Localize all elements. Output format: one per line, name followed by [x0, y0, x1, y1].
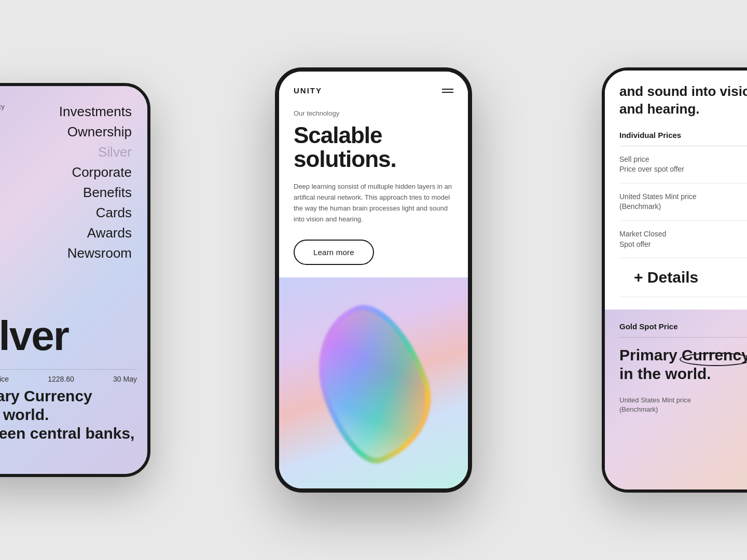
gold-spot-label: Gold Spot Price [619, 322, 678, 331]
price-value: 1228.60 [48, 375, 74, 383]
center-image [279, 277, 468, 488]
nav-investments[interactable]: Investments [0, 102, 132, 122]
phone-center: UNITY Our technology Scalable solutions.… [275, 67, 472, 493]
menu-icon[interactable] [442, 89, 453, 93]
bottom-tagline-world: in the world. [619, 365, 711, 382]
left-tagline: Primary Currency n the world. Between ce… [0, 387, 137, 443]
right-prices-section: Individual Prices Valu Sell price Price … [605, 118, 747, 310]
nav-corporate[interactable]: Corporate [0, 162, 132, 183]
details-section[interactable]: + Details [619, 258, 747, 297]
app-logo: UNITY [294, 86, 322, 95]
phone-right: and sound into vision and hearing. Indiv… [602, 67, 747, 493]
center-body-text: Deep learning sonsist of multuple hidden… [294, 181, 453, 225]
center-headline: Scalable solutions. [294, 123, 453, 171]
tagline-line1: Primary Currency [0, 387, 137, 405]
individual-prices-label: Individual Prices [619, 131, 681, 139]
currency-label: Currency [0, 103, 5, 110]
center-header: UNITY [294, 86, 453, 95]
nav-cards[interactable]: Cards [0, 203, 132, 223]
center-top: UNITY Our technology Scalable solutions.… [279, 72, 468, 277]
bottom-tagline-primary: Primary [619, 346, 677, 363]
headline-line2: solutions. [294, 146, 396, 172]
tagline-line3: Between central banks, [0, 424, 137, 443]
price-row-market: Market Closed Spot offer +0.85 [619, 221, 747, 258]
learn-more-button[interactable]: Learn more [294, 240, 374, 265]
tagline-line2: n the world. [0, 405, 137, 424]
scene: Currency Investments Ownership Silver Co… [0, 0, 747, 560]
price-date: 30 May [113, 375, 137, 383]
bottom-tagline-currency: Currency [682, 346, 747, 365]
left-price-row: lver Spot Price 1228.60 30 May [0, 369, 137, 383]
silver-title: Silver [0, 312, 68, 360]
nav-ownership[interactable]: Ownership [0, 122, 132, 142]
nav-silver[interactable]: Silver [0, 142, 132, 162]
details-label[interactable]: + Details [634, 269, 698, 286]
sell-price-label: Sell price Price over spot offer [619, 155, 684, 175]
right-bottom: Gold Spot Price 30 Ma Primary Currency i… [605, 310, 747, 489]
left-nav: Investments Ownership Silver Corporate B… [0, 102, 137, 263]
right-tagline-top: and sound into vision and hearing. [605, 71, 747, 118]
nav-benefits[interactable]: Benefits [0, 183, 132, 203]
mint-price-label: United States Mint price (Benchmark) [619, 192, 697, 212]
right-top: and sound into vision and hearing. Indiv… [605, 71, 747, 310]
price-label: lver Spot Price [0, 375, 9, 383]
price-row-mint: United States Mint price (Benchmark) +3 [619, 184, 747, 221]
market-price-label: Market Closed Spot offer [619, 229, 666, 249]
prices-header: Individual Prices Valu [619, 131, 747, 146]
gold-spot-row: Gold Spot Price 30 Ma [619, 322, 747, 338]
nav-awards[interactable]: Awards [0, 223, 132, 243]
center-subtitle: Our technology [294, 109, 453, 117]
holo-decoration [298, 292, 449, 473]
headline-line1: Scalable [294, 122, 382, 148]
right-bottom-tagline: Primary Currency in the world. [619, 346, 747, 383]
right-bottom-mint: United States Mint price (Benchmark) [619, 396, 747, 414]
nav-newsroom[interactable]: Newsroom [0, 243, 132, 263]
price-row-sell: Sell price Price over spot offer +4.5 [619, 146, 747, 184]
phone-left: Currency Investments Ownership Silver Co… [0, 83, 150, 477]
